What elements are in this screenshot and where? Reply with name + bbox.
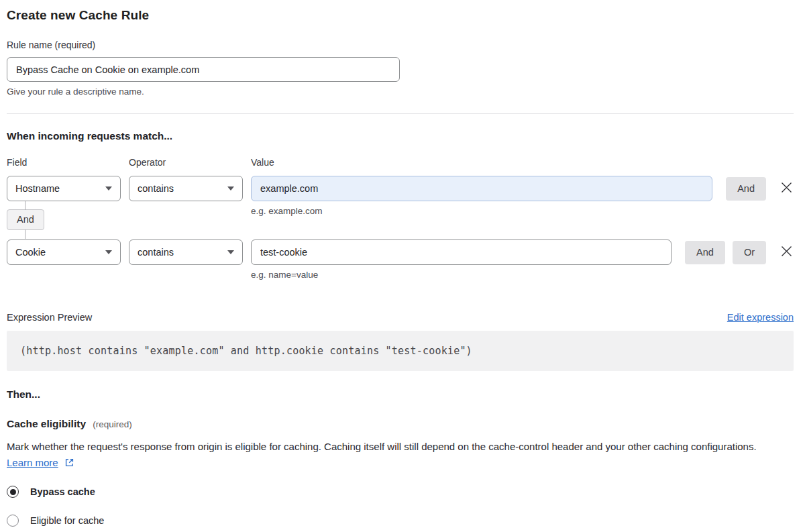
- learn-more-link[interactable]: Learn more: [7, 457, 58, 468]
- create-cache-rule-page: Create new Cache Rule Rule name (require…: [0, 0, 805, 527]
- chevron-down-icon: [105, 250, 112, 254]
- value-column-label: Value: [251, 157, 274, 168]
- match-row-1: Hostname contains And: [7, 176, 794, 201]
- eligible-for-cache-label: Eligible for cache: [30, 515, 104, 526]
- rule-name-help: Give your rule a descriptive name.: [7, 87, 794, 97]
- close-icon: [780, 181, 793, 196]
- chevron-down-icon: [227, 250, 234, 254]
- field-column-label: Field: [7, 157, 129, 168]
- radio-selected-icon[interactable]: [7, 486, 19, 498]
- match-column-labels: Field Operator Value: [7, 157, 794, 168]
- chevron-down-icon: [227, 187, 234, 191]
- operator-column-label: Operator: [129, 157, 251, 168]
- operator-select-1[interactable]: contains: [129, 176, 243, 201]
- row-2-subrow: e.g. name=value: [7, 265, 794, 288]
- add-and-condition-button-2[interactable]: And: [685, 241, 725, 264]
- field-select-2[interactable]: Cookie: [7, 240, 121, 265]
- field-select-1-value: Hostname: [15, 183, 60, 194]
- bypass-cache-option[interactable]: Bypass cache: [7, 486, 794, 498]
- field-select-1[interactable]: Hostname: [7, 176, 121, 201]
- edit-expression-link[interactable]: Edit expression: [727, 312, 794, 323]
- operator-select-2-value: contains: [138, 247, 174, 258]
- page-title: Create new Cache Rule: [7, 8, 794, 23]
- add-or-condition-button-2[interactable]: Or: [733, 241, 766, 264]
- then-heading: Then...: [7, 388, 794, 401]
- row-1-subrow: And e.g. example.com: [7, 201, 794, 240]
- add-and-condition-button-1[interactable]: And: [726, 177, 766, 201]
- expression-code-block: (http.host contains "example.com" and ht…: [7, 331, 794, 371]
- operator-select-2[interactable]: contains: [129, 240, 243, 265]
- expression-header: Expression Preview Edit expression: [7, 312, 794, 323]
- value-hint-2: e.g. name=value: [251, 270, 318, 280]
- expression-preview-label: Expression Preview: [7, 312, 92, 323]
- operator-select-1-value: contains: [138, 183, 174, 194]
- bypass-cache-label: Bypass cache: [30, 486, 95, 497]
- rule-name-input[interactable]: [7, 57, 400, 82]
- match-row-2: Cookie contains And Or: [7, 240, 794, 265]
- field-select-2-value: Cookie: [15, 247, 46, 258]
- cache-eligibility-heading: Cache eligibility (required): [7, 418, 794, 430]
- radio-unselected-icon[interactable]: [7, 515, 19, 527]
- section-divider: [7, 113, 794, 114]
- rule-name-label: Rule name (required): [7, 40, 794, 50]
- match-heading: When incoming requests match...: [7, 130, 794, 142]
- and-connector-button[interactable]: And: [7, 209, 44, 230]
- remove-condition-button-2[interactable]: [779, 245, 794, 260]
- remove-condition-button-1[interactable]: [779, 181, 794, 196]
- eligible-for-cache-option[interactable]: Eligible for cache: [7, 515, 794, 527]
- cache-eligibility-title: Cache eligibility: [7, 418, 86, 429]
- external-link-icon: [64, 458, 74, 468]
- value-hint-1: e.g. example.com: [251, 206, 323, 216]
- cache-eligibility-description: Mark whether the request's response from…: [7, 439, 785, 471]
- value-input-1[interactable]: [251, 176, 712, 201]
- chevron-down-icon: [105, 187, 112, 191]
- description-text: Mark whether the request's response from…: [7, 441, 757, 452]
- value-input-2[interactable]: [251, 240, 672, 265]
- close-icon: [780, 245, 793, 260]
- required-note: (required): [93, 419, 132, 429]
